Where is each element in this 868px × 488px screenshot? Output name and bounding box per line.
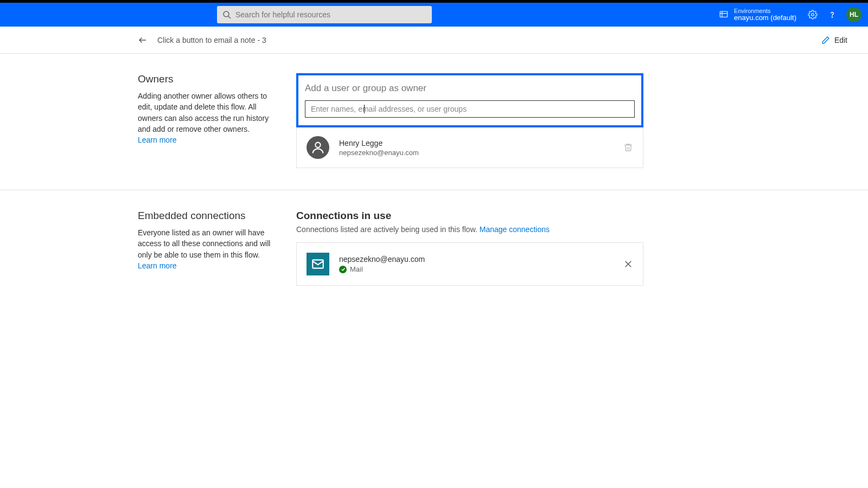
page-title: Click a button to email a note - 3 <box>157 36 266 44</box>
manage-connections-link[interactable]: Manage connections <box>480 225 550 234</box>
owners-section: Owners Adding another owner allows other… <box>0 73 868 190</box>
owners-heading: Owners <box>138 73 271 85</box>
svg-point-8 <box>315 143 320 147</box>
back-button[interactable] <box>138 35 148 45</box>
delete-owner-button[interactable] <box>623 143 633 152</box>
svg-rect-2 <box>720 11 727 17</box>
settings-button[interactable] <box>807 9 818 20</box>
owner-avatar-icon <box>307 136 329 159</box>
environment-label: Environments <box>734 8 796 14</box>
add-owner-card: Add a user or group as owner <box>296 73 643 127</box>
add-owner-title: Add a user or group as owner <box>305 83 635 94</box>
embedded-connections-heading: Embedded connections <box>138 210 271 222</box>
embedded-connections-description: Everyone listed as an owner will have ac… <box>138 227 271 260</box>
owner-email: nepsezekno@enayu.com <box>339 149 419 157</box>
search-input[interactable] <box>235 10 426 19</box>
svg-point-0 <box>224 11 229 17</box>
status-ok-icon <box>339 266 347 273</box>
owners-learn-more-link[interactable]: Learn more <box>138 136 177 144</box>
svg-line-1 <box>228 16 231 18</box>
svg-point-5 <box>812 14 814 16</box>
owners-description: Adding another owner allows others to ed… <box>138 91 271 134</box>
edit-label: Edit <box>834 36 847 44</box>
connections-section: Embedded connections Everyone listed as … <box>0 210 868 307</box>
connections-learn-more-link[interactable]: Learn more <box>138 261 177 270</box>
connections-subtext: Connections listed are actively being us… <box>296 225 480 234</box>
page-subheader: Click a button to email a note - 3 Edit <box>0 27 868 54</box>
mail-connector-icon <box>307 253 329 275</box>
owner-list-item: Henry Legge nepsezekno@enayu.com <box>296 127 643 168</box>
edit-button[interactable]: Edit <box>821 36 847 44</box>
connections-in-use-heading: Connections in use <box>296 210 643 222</box>
connections-subtext-row: Connections listed are actively being us… <box>296 225 643 234</box>
environment-name: enayu.com (default) <box>734 14 796 22</box>
connection-email: nepsezekno@enayu.com <box>339 255 425 264</box>
text-caret <box>364 105 365 113</box>
remove-connection-button[interactable] <box>623 259 633 269</box>
connection-service-name: Mail <box>350 265 363 273</box>
edit-icon <box>821 36 830 44</box>
owner-name: Henry Legge <box>339 139 419 147</box>
top-navigation-bar: Environments enayu.com (default) HL <box>0 3 868 27</box>
search-icon <box>222 10 231 19</box>
environment-icon <box>719 10 729 20</box>
connection-list-item: nepsezekno@enayu.com Mail <box>296 242 643 286</box>
global-search[interactable] <box>217 6 432 23</box>
environment-picker[interactable]: Environments enayu.com (default) <box>719 8 796 22</box>
user-avatar[interactable]: HL <box>846 7 861 22</box>
add-owner-input[interactable] <box>305 100 635 118</box>
avatar-initials: HL <box>850 11 858 18</box>
help-button[interactable] <box>827 9 838 20</box>
svg-point-6 <box>832 17 832 17</box>
